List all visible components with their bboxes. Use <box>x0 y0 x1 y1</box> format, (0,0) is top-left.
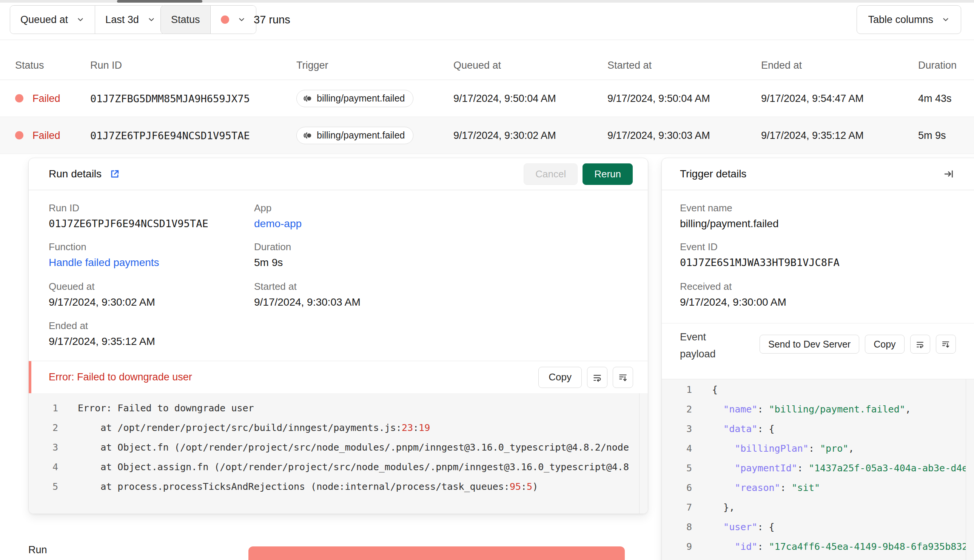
arrow-to-bar-icon <box>943 168 954 180</box>
run-status: Failed <box>15 92 60 104</box>
queued-at-cell: 9/17/2024, 9:30:02 AM <box>454 130 556 141</box>
horizontal-scrollbar[interactable] <box>0 0 974 3</box>
vertical-scrollbar[interactable] <box>966 379 974 560</box>
code-line: 2 at /opt/render/project/src/build/innge… <box>29 418 648 438</box>
started-at-label: Started at <box>254 280 360 293</box>
event-payload-code: 1{2 "name": "billing/payment.failed",3 "… <box>662 379 974 560</box>
line-number: 3 <box>673 419 692 439</box>
run-id-cell: 01J7ZFBG5DMM85MJA9H659JX75 <box>90 92 250 104</box>
code-line: 4 at Object.assign.fn (/opt/render/proje… <box>29 457 648 477</box>
started-at-field: Started at 9/17/2024, 9:30:03 AM <box>254 280 360 309</box>
run-details-header: Run details Cancel Rerun <box>29 158 648 190</box>
started-at-cell: 9/17/2024, 9:30:03 AM <box>607 130 710 141</box>
ended-at-cell: 9/17/2024, 9:35:12 AM <box>761 130 864 141</box>
send-to-dev-server-button[interactable]: Send to Dev Server <box>760 335 859 353</box>
code-line: 4 "billingPlan": "pro", <box>662 439 974 458</box>
run-details-panel: Run details Cancel Rerun Run ID 01J7ZE6T… <box>28 158 648 514</box>
filter-toolbar: Queued at Last 3d Status 37 runs Table c… <box>0 0 974 40</box>
column-header-queued: Queued at <box>454 60 501 71</box>
queued-at-value: 9/17/2024, 9:30:02 AM <box>49 295 155 309</box>
copy-payload-button[interactable]: Copy <box>865 335 904 353</box>
status-text: Failed <box>32 130 60 141</box>
status-text: Failed <box>32 92 60 104</box>
code-line: 2 "name": "billing/payment.failed", <box>662 400 974 419</box>
time-filter-group: Queued at Last 3d <box>10 5 166 34</box>
copy-error-button[interactable]: Copy <box>538 367 582 388</box>
line-number: 4 <box>36 457 58 477</box>
stack-trace: 1Error: Failed to downgrade user2 at /op… <box>29 393 648 513</box>
function-link[interactable]: Handle failed payments <box>49 256 159 270</box>
payload-expand-lines-button[interactable] <box>936 335 956 353</box>
expand-lines-icon <box>941 340 950 349</box>
runs-page: Queued at Last 3d Status 37 runs Table c… <box>0 0 974 560</box>
app-link[interactable]: demo-app <box>254 217 302 230</box>
trigger-event-name: billing/payment.failed <box>317 130 405 141</box>
error-title: Error: Failed to downgrade user <box>49 371 192 383</box>
code-line: 9 "id": "17ca4ff6-45ea-4149-9b48-6fa935b… <box>662 537 974 557</box>
expand-lines-button[interactable] <box>613 367 633 388</box>
ended-at-field: Ended at 9/17/2024, 9:35:12 AM <box>49 320 155 348</box>
failed-status-dot-icon <box>221 15 229 24</box>
run-id-cell: 01J7ZE6TPJF6E94NCSD1V95TAE <box>90 130 250 141</box>
code-line: 5 at process.processTicksAndRejections (… <box>29 477 648 497</box>
duration-value: 5m 9s <box>254 256 291 270</box>
line-number: 5 <box>673 458 692 478</box>
line-number: 7 <box>673 498 692 517</box>
external-link-icon[interactable] <box>109 168 120 180</box>
line-number: 2 <box>36 418 58 438</box>
word-wrap-button[interactable] <box>587 367 607 388</box>
trigger-pill: billing/payment.failed <box>296 90 414 107</box>
event-name-value: billing/payment.failed <box>680 217 779 230</box>
time-range-filter-button[interactable]: Last 3d <box>95 6 166 33</box>
error-banner: Error: Failed to downgrade user Copy <box>29 361 648 393</box>
runs-count: 37 runs <box>254 5 290 34</box>
function-label: Function <box>49 241 159 253</box>
trigger-pill: billing/payment.failed <box>296 127 414 144</box>
rerun-button[interactable]: Rerun <box>582 163 633 185</box>
payload-word-wrap-button[interactable] <box>910 335 930 353</box>
line-number: 10 <box>673 557 692 560</box>
line-number: 9 <box>673 537 692 557</box>
queued-at-filter-label: Queued at <box>20 14 68 26</box>
column-header-ended: Ended at <box>761 60 802 71</box>
vertical-scrollbar[interactable] <box>639 393 648 513</box>
column-header-duration: Duration <box>918 60 957 71</box>
queued-at-label: Queued at <box>49 280 155 293</box>
horizontal-scrollbar-thumb[interactable] <box>117 0 202 3</box>
column-header-trigger: Trigger <box>296 60 329 71</box>
table-columns-button[interactable]: Table columns <box>857 5 961 34</box>
queued-at-filter-button[interactable]: Queued at <box>10 6 95 33</box>
line-number: 3 <box>36 438 58 457</box>
word-wrap-icon <box>916 340 924 349</box>
status-filter-label: Status <box>161 6 210 33</box>
status-filter-value-button[interactable] <box>211 6 256 33</box>
line-number: 1 <box>36 398 58 418</box>
column-header-started: Started at <box>607 60 652 71</box>
line-number: 8 <box>673 517 692 537</box>
trigger-details-panel: Trigger details Event name billing/payme… <box>661 158 974 560</box>
table-columns-label: Table columns <box>868 14 933 26</box>
table-row[interactable]: Failed01J7ZFBG5DMM85MJA9H659JX75billing/… <box>0 80 974 117</box>
collapse-panel-button[interactable] <box>943 168 954 180</box>
received-at-label: Received at <box>680 280 786 293</box>
received-at-value: 9/17/2024, 9:30:00 AM <box>680 295 786 309</box>
cancel-button[interactable]: Cancel <box>524 163 578 185</box>
line-number: 6 <box>673 478 692 498</box>
run-id-label: Run ID <box>49 202 208 214</box>
event-id-value: 01J7ZE6S1MJWA33HT9B1VJC8FA <box>680 256 840 270</box>
app-field: App demo-app <box>254 202 302 230</box>
run-details-title: Run details <box>49 168 102 180</box>
trigger-event-name: billing/payment.failed <box>317 93 405 104</box>
timeline-run-bar[interactable] <box>249 547 625 560</box>
duration-label: Duration <box>254 241 291 253</box>
code-line: 3 "data": { <box>662 419 974 439</box>
code-line: 1Error: Failed to downgrade user <box>29 398 648 418</box>
table-row[interactable]: Failed01J7ZE6TPJF6E94NCSD1V95TAEbilling/… <box>0 117 974 154</box>
started-at-cell: 9/17/2024, 9:50:04 AM <box>607 92 710 104</box>
queued-at-field: Queued at 9/17/2024, 9:30:02 AM <box>49 280 155 309</box>
line-number: 5 <box>36 477 58 497</box>
run-id-field: Run ID 01J7ZE6TPJF6E94NCSD1V95TAE <box>49 202 208 230</box>
chevron-down-icon <box>76 15 85 24</box>
ended-at-value: 9/17/2024, 9:35:12 AM <box>49 335 155 348</box>
ended-at-cell: 9/17/2024, 9:54:47 AM <box>761 92 864 104</box>
